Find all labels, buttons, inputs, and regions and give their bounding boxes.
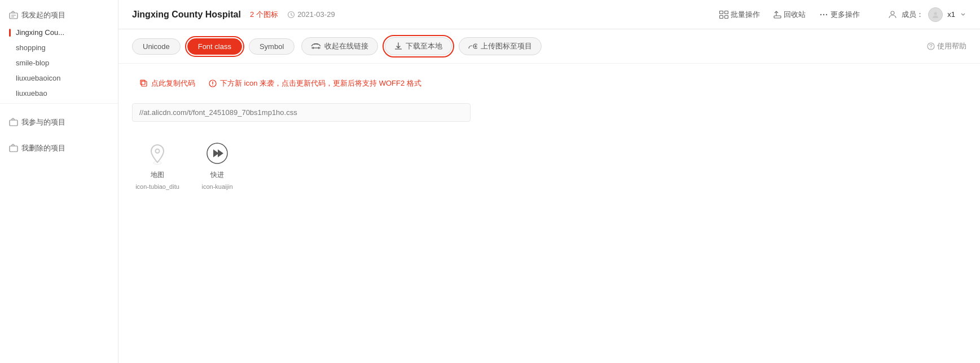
help-button[interactable]: 使用帮助	[927, 41, 966, 51]
sidebar-item-label: liuxuebaoicon	[16, 74, 61, 82]
participated-projects-section[interactable]: 我参与的项目	[0, 110, 118, 132]
sidebar-item-jingxing[interactable]: Jingxing Cou...	[0, 25, 118, 40]
info-bar: 点此复制代码 下方新 icon 来袭，点击更新代码，更新后将支持 WOFF2 格…	[132, 73, 966, 94]
deleted-projects-label: 我删除的项目	[21, 143, 65, 153]
svg-rect-9	[725, 15, 728, 18]
more-ops-label: 更多操作	[830, 10, 860, 20]
copy-code-button[interactable]: 点此复制代码	[140, 78, 195, 88]
deleted-icon	[9, 144, 18, 153]
member-count: x1	[947, 10, 955, 19]
batch-ops-label: 批量操作	[731, 10, 760, 20]
svg-rect-8	[720, 15, 723, 18]
participated-icon	[9, 118, 18, 127]
icon-visual-kuaijin	[204, 140, 231, 167]
svg-rect-3	[10, 120, 17, 126]
svg-point-27	[156, 149, 160, 153]
clock-icon	[287, 11, 295, 19]
recycle-button[interactable]: 回收站	[768, 7, 811, 22]
collapse-link-label: 收起在线链接	[324, 41, 368, 51]
main-content: Jingxing County Hospital 2 个图标 2021-03-2…	[118, 0, 980, 363]
sidebar-divider	[0, 103, 118, 104]
recycle-label: 回收站	[784, 10, 806, 20]
warning-icon	[209, 79, 217, 87]
sidebar-item-label: liuxuebao	[16, 89, 47, 98]
content-area: 点此复制代码 下方新 icon 来袭，点击更新代码，更新后将支持 WOFF2 格…	[118, 64, 980, 363]
svg-point-13	[826, 14, 827, 15]
icon-count-suffix: 个图标	[256, 10, 278, 20]
cdn-link-input[interactable]	[132, 103, 471, 122]
collapse-link-button[interactable]: 收起在线链接	[301, 37, 378, 55]
icon-count-number: 2	[250, 10, 254, 19]
help-icon	[927, 42, 935, 50]
member-section: 成员： x1	[888, 7, 966, 22]
download-local-button[interactable]: 下载至本地	[385, 37, 452, 55]
tab-unicode-label: Unicode	[143, 42, 170, 51]
fast-forward-icon	[204, 140, 230, 166]
recycle-icon	[774, 11, 781, 19]
copy-code-label: 点此复制代码	[151, 78, 195, 88]
svg-rect-10	[774, 16, 781, 18]
icon-name-kuaijin: icon-kuaijin	[201, 183, 232, 190]
deleted-projects-section[interactable]: 我删除的项目	[0, 136, 118, 158]
sidebar-item-smile-blop[interactable]: smile-blop	[0, 55, 118, 70]
svg-rect-6	[720, 11, 723, 14]
tab-symbol-label: Symbol	[260, 42, 284, 51]
update-notice-text: 下方新 icon 来袭，点击更新代码，更新后将支持 WOFF2 格式	[220, 78, 421, 88]
update-notice: 下方新 icon 来袭，点击更新代码，更新后将支持 WOFF2 格式	[209, 78, 421, 88]
header-date: 2021-03-29	[287, 10, 335, 19]
svg-point-26	[212, 85, 213, 86]
tab-unicode[interactable]: Unicode	[132, 38, 181, 55]
tab-font-class[interactable]: Font class	[187, 38, 242, 55]
svg-rect-7	[725, 11, 728, 14]
svg-marker-31	[218, 149, 223, 157]
upload-icon-label: 上传图标至项目	[481, 41, 532, 51]
svg-rect-22	[142, 81, 147, 86]
my-projects-label: 我发起的项目	[21, 10, 65, 20]
icon-count: 2 个图标	[250, 10, 278, 20]
member-avatar	[928, 7, 943, 22]
icon-label-kuaijin: 快进	[210, 170, 224, 180]
sidebar-item-label: Jingxing Cou...	[16, 28, 64, 37]
member-chevron-icon[interactable]	[960, 11, 966, 18]
icon-item-ditu[interactable]: 地图 icon-tubiao_ditu	[132, 140, 183, 190]
collapse-link-icon	[311, 43, 321, 50]
sidebar: 我发起的项目 Jingxing Cou... shopping smile-bl…	[0, 0, 118, 363]
svg-point-14	[891, 11, 894, 15]
header: Jingxing County Hospital 2 个图标 2021-03-2…	[118, 0, 980, 29]
svg-point-11	[820, 14, 821, 15]
more-ops-button[interactable]: 更多操作	[814, 7, 865, 22]
svg-point-15	[934, 12, 937, 15]
tab-symbol[interactable]: Symbol	[249, 38, 295, 55]
sidebar-item-liuxuebaoicon[interactable]: liuxuebaoicon	[0, 70, 118, 86]
icon-label-ditu: 地图	[151, 170, 164, 180]
toolbar: Unicode Font class Symbol 收起在线链接 下载至本地	[118, 29, 980, 64]
sidebar-item-label: shopping	[16, 43, 46, 52]
icon-name-ditu: icon-tubiao_ditu	[135, 183, 179, 190]
download-icon	[394, 42, 402, 50]
date-label: 2021-03-29	[297, 10, 335, 19]
batch-ops-icon	[719, 11, 728, 19]
svg-point-12	[823, 14, 824, 15]
sidebar-item-label: smile-blop	[16, 59, 49, 67]
project-list: Jingxing Cou... shopping smile-blop liux…	[0, 25, 118, 101]
svg-rect-4	[10, 146, 17, 152]
help-label: 使用帮助	[937, 41, 966, 51]
icon-visual-ditu	[144, 140, 171, 167]
member-label: 成员：	[902, 10, 924, 20]
header-actions: 批量操作 回收站 更多操作	[714, 7, 865, 22]
svg-rect-0	[10, 13, 17, 19]
upload-icon-button[interactable]: 上传图标至项目	[459, 37, 542, 55]
icon-item-kuaijin[interactable]: 快进 icon-kuaijin	[192, 140, 243, 190]
participated-projects-label: 我参与的项目	[21, 117, 65, 127]
sidebar-item-liuxuebao[interactable]: liuxuebao	[0, 86, 118, 101]
upload-icon	[468, 42, 477, 50]
copy-code-icon	[140, 79, 148, 87]
map-icon	[144, 140, 170, 166]
sidebar-item-shopping[interactable]: shopping	[0, 40, 118, 55]
my-projects-section[interactable]: 我发起的项目	[0, 6, 118, 25]
project-title: Jingxing County Hospital	[132, 10, 241, 20]
download-local-label: 下载至本地	[406, 41, 442, 51]
more-ops-icon	[819, 11, 828, 19]
tab-font-class-label: Font class	[198, 42, 231, 51]
batch-ops-button[interactable]: 批量操作	[714, 7, 766, 22]
